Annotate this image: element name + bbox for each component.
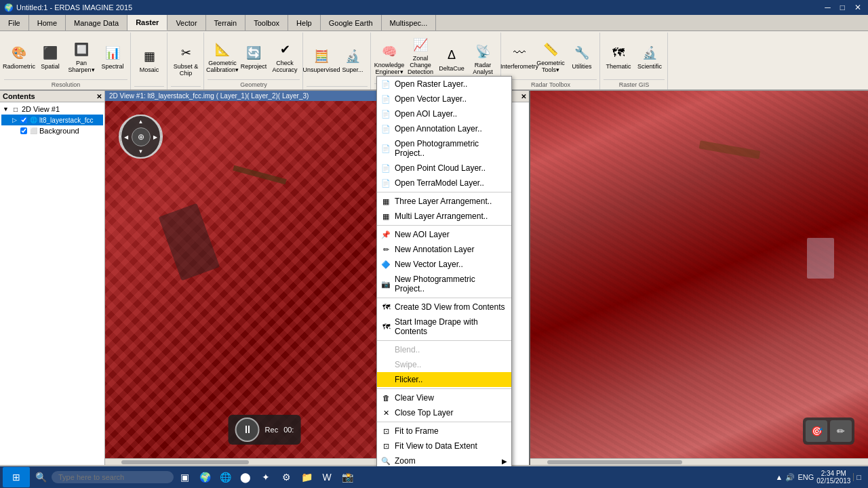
menu-open-annotation[interactable]: 📄 Open Annotation Layer.. — [377, 121, 511, 136]
menu-close-top[interactable]: ✕ Close Top Layer — [377, 405, 511, 420]
nav-circle: ▲ ▼ ◀ ▶ ⊕ — [119, 115, 163, 159]
menu-three-layer[interactable]: ▦ Three Layer Arrangement.. — [377, 194, 511, 209]
layer-checkbox[interactable] — [20, 117, 27, 123]
nav-center[interactable]: ⊕ — [132, 127, 151, 146]
ribbon-btn-check-accuracy[interactable]: ✔ Check Accuracy — [270, 39, 300, 75]
right-horizontal-scrollbar[interactable] — [530, 458, 868, 465]
edit-button[interactable]: ✏ — [830, 420, 852, 442]
taskbar-app2[interactable]: ⚙ — [277, 468, 296, 487]
ribbon-btn-thematic[interactable]: 🗺 Thematic — [604, 42, 633, 71]
ribbon-btn-super[interactable]: 🔬 Super... — [338, 45, 368, 75]
taskbar-app1[interactable]: ✦ — [256, 468, 275, 487]
reproject-icon: 🔄 — [244, 43, 263, 62]
subset-icon: ✂ — [176, 43, 195, 62]
start-button[interactable]: ⊞ — [3, 467, 30, 487]
ribbon-btn-reproject[interactable]: 🔄 Reproject — [239, 42, 269, 71]
tab-home[interactable]: Home — [29, 15, 66, 30]
right-viewer-content[interactable]: 🎯 ✏ — [530, 91, 868, 458]
taskbar-up-arrow[interactable]: ▲ — [776, 473, 783, 481]
menu-open-cloud-label: Open Point Cloud Layer.. — [395, 163, 486, 173]
maximize-button[interactable]: □ — [837, 3, 848, 12]
show-desktop[interactable]: □ — [853, 473, 861, 481]
menu-new-photo[interactable]: 📷 New Photogrammetric Project.. — [377, 272, 511, 296]
new-vector-icon: 🔷 — [381, 260, 391, 269]
menu-flicker[interactable]: Flicker.. — [377, 372, 511, 387]
menu-new-aoi[interactable]: 📌 New AOI Layer — [377, 227, 511, 242]
tab-google-earth[interactable]: Google Earth — [321, 15, 382, 30]
menu-open-aoi[interactable]: 📄 Open AOI Layer.. — [377, 106, 511, 121]
menu-create-3d[interactable]: 🗺 Create 3D View from Contents — [377, 300, 511, 314]
ribbon-btn-geometric[interactable]: 📐 Geometric Calibration▾ — [208, 39, 237, 75]
search-input[interactable] — [52, 471, 174, 483]
bg-checkbox[interactable] — [20, 127, 27, 134]
menu-open-vector[interactable]: 📄 Open Vector Layer.. — [377, 92, 511, 106]
menu-open-vector-label: Open Vector Layer.. — [395, 94, 467, 104]
tab-help[interactable]: Help — [288, 15, 321, 30]
ribbon-btn-radiometric[interactable]: 🎨 Radiometric — [4, 42, 34, 71]
menu-fit-to-frame[interactable]: ⊡ Fit to Frame — [377, 424, 511, 439]
menu-open-raster[interactable]: 📄 Open Raster Layer.. — [377, 77, 511, 92]
ribbon-btn-deltacue[interactable]: Δ DeltaCue — [437, 44, 467, 73]
menu-fit-data-extent[interactable]: ⊡ Fit View to Data Extent — [377, 439, 511, 453]
ribbon-group-resolution: 🎨 Radiometric ⬛ Spatial 🔲 Pan Sharpen▾ 📊… — [1, 33, 131, 89]
close-button[interactable]: ✕ — [852, 3, 864, 12]
mosaic-icon: ▦ — [140, 47, 159, 66]
ribbon-btn-pan-sharpen[interactable]: 🔲 Pan Sharpen▾ — [66, 39, 96, 75]
taskbar-word[interactable]: W — [317, 468, 336, 487]
tab-toolbox[interactable]: Toolbox — [245, 15, 288, 30]
ribbon-btn-geometric-tools[interactable]: 📏 Geometric Tools▾ — [536, 39, 566, 75]
menu-new-vector[interactable]: 🔷 New Vector Layer.. — [377, 257, 511, 272]
menu-new-annotation[interactable]: ✏ New Annotation Layer — [377, 242, 511, 257]
three-layer-icon: ▦ — [381, 197, 391, 206]
minimize-button[interactable]: ─ — [822, 3, 833, 12]
tab-manage-data[interactable]: Manage Data — [66, 15, 127, 30]
taskbar-task-view[interactable]: ▣ — [175, 468, 194, 487]
tree-item-background[interactable]: ⬜ Background — [1, 125, 103, 136]
ribbon-btn-spectral[interactable]: 📊 Spectral — [98, 42, 127, 71]
menu-new-photo-label: New Photogrammetric Project.. — [395, 274, 507, 293]
radar-icon: 📡 — [473, 42, 492, 61]
contents-close[interactable]: ✕ — [96, 93, 102, 100]
ribbon-btn-radar[interactable]: 📡 Radar Analyst — [468, 41, 498, 77]
new-aoi-icon: 📌 — [381, 230, 391, 239]
taskbar-erdas[interactable]: 🌍 — [195, 468, 214, 487]
retriever-close[interactable]: ✕ — [521, 93, 526, 100]
navigation-widget[interactable]: ▲ ▼ ◀ ▶ ⊕ — [119, 115, 166, 162]
ribbon-btn-scientific[interactable]: 🔬 Scientific — [635, 42, 665, 71]
tab-file[interactable]: File — [0, 15, 29, 30]
tab-terrain[interactable]: Terrain — [206, 15, 246, 30]
tree-toggle[interactable]: ▼ — [3, 106, 9, 113]
menu-open-terramodel[interactable]: 📄 Open TerraModel Layer.. — [377, 176, 511, 190]
menu-open-point-cloud[interactable]: 📄 Open Point Cloud Layer.. — [377, 161, 511, 176]
taskbar-app3[interactable]: 📁 — [297, 468, 316, 487]
taskbar: ⊞ 🔍 ▣ 🌍 🌐 ⬤ ✦ ⚙ 📁 W 📸 ▲ 🔊 ENG 2:34 PM 02… — [0, 466, 868, 488]
menu-start-drape[interactable]: 🗺 Start Image Drape with Contents — [377, 314, 511, 339]
tab-vector[interactable]: Vector — [167, 15, 205, 30]
ribbon-btn-subset[interactable]: ✂ Subset & Chip — [171, 42, 201, 78]
ribbon-btn-knowledge[interactable]: 🧠 Knowledge Engineer▾ — [374, 41, 404, 77]
clock-time: 2:34 PM — [821, 470, 846, 477]
ribbon-btn-utilities[interactable]: 🔧 Utilities — [567, 42, 597, 71]
scroll-thumb[interactable] — [121, 460, 249, 464]
ribbon-btn-mosaic[interactable]: ▦ Mosaic — [134, 45, 164, 75]
utilities-icon: 🔧 — [572, 43, 591, 62]
ribbon-btn-unsupervised[interactable]: 🧮 Unsupervised — [307, 45, 336, 75]
target-button[interactable]: 🎯 — [806, 420, 827, 442]
tab-multispec[interactable]: Multispec... — [382, 15, 437, 30]
taskbar-img[interactable]: 📸 — [338, 468, 357, 487]
menu-clear-view[interactable]: 🗑 Clear View — [377, 390, 511, 405]
menu-multi-layer[interactable]: ▦ Multi Layer Arrangement.. — [377, 209, 511, 224]
tree-item-layer[interactable]: ▷ 🌐 lt8_layerstack_fcc — [1, 115, 103, 125]
tree-item-2d-view[interactable]: ▼ □ 2D View #1 — [1, 104, 103, 115]
pause-button[interactable]: ⏸ — [235, 418, 260, 442]
ribbon-btn-interferometry[interactable]: 〰 Interferometry — [505, 42, 534, 71]
start-drape-icon: 🗺 — [381, 322, 391, 331]
tab-raster[interactable]: Raster — [127, 15, 167, 30]
ribbon-btn-spatial[interactable]: ⬛ Spatial — [35, 42, 65, 71]
right-scroll-thumb[interactable] — [547, 460, 682, 464]
taskbar-search[interactable]: 🔍 — [31, 468, 50, 487]
taskbar-ie[interactable]: 🌐 — [216, 468, 235, 487]
taskbar-chrome[interactable]: ⬤ — [236, 468, 255, 487]
menu-open-photogrammetric[interactable]: 📄 Open Photogrammetric Project.. — [377, 136, 511, 161]
ribbon-group-chip: ✂ Subset & Chip — [168, 33, 204, 89]
